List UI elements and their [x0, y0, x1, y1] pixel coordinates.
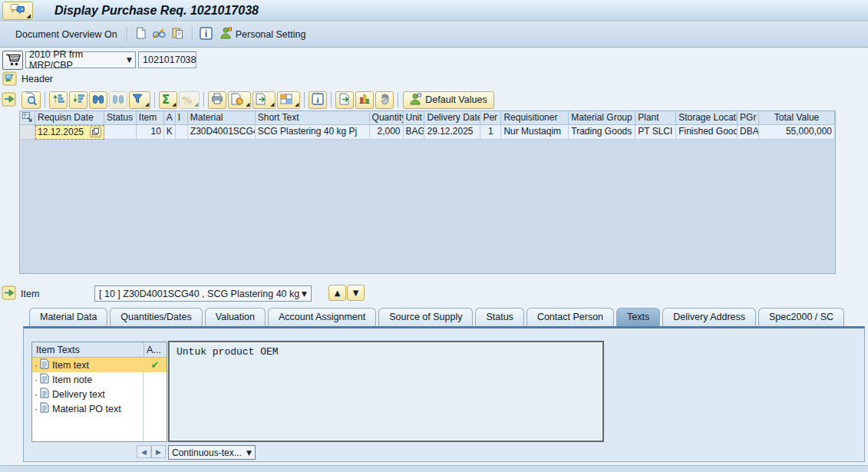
dropdown-arrow-icon: ◢ — [145, 101, 149, 107]
tab-delivery-address[interactable]: Delivery Address — [662, 308, 756, 327]
tab-valuation[interactable]: Valuation — [205, 308, 266, 327]
item-expand-button[interactable] — [2, 286, 16, 303]
storage-location-cell[interactable]: Finished Goods — [676, 125, 738, 140]
list-item-material-po-text[interactable]: · Material PO text — [32, 401, 167, 416]
plant-cell[interactable]: PT SLCI — [635, 125, 676, 140]
bar-chart-icon — [358, 93, 371, 107]
header-collapse-button[interactable] — [2, 71, 17, 88]
copy-button[interactable] — [169, 25, 187, 44]
column-header-per[interactable]: Per — [480, 111, 501, 125]
previous-item-button[interactable]: ▲ — [328, 285, 346, 301]
column-header-total-value[interactable]: Total Value — [759, 111, 835, 125]
column-header-quantity[interactable]: Quantity — [370, 111, 404, 125]
tab-status[interactable]: Status — [475, 308, 523, 327]
create-document-button[interactable] — [132, 25, 150, 44]
column-header-status[interactable]: Status — [104, 111, 137, 125]
document-number-field[interactable]: 1021017038 — [138, 51, 196, 68]
date-matchcode-button[interactable] — [90, 127, 101, 137]
a-cell[interactable]: K — [164, 125, 176, 140]
document-overview-button[interactable]: Document Overview On — [11, 27, 122, 42]
requisitioner-cell[interactable]: Nur Mustaqim — [501, 125, 569, 140]
personal-setting-button[interactable]: Personal Setting — [216, 25, 311, 44]
tab-texts[interactable]: Texts — [616, 308, 660, 327]
quantity-cell[interactable]: 2,000 — [370, 125, 404, 140]
status-cell[interactable] — [104, 125, 137, 140]
list-scroll-buttons: ◀ ▶ — [137, 445, 166, 458]
column-header-a[interactable]: A — [164, 111, 176, 125]
filter-button[interactable]: ◢ — [129, 91, 150, 109]
column-header-material-group[interactable]: Material Group — [569, 111, 635, 125]
display-change-button[interactable] — [150, 25, 169, 44]
tab-contact-person[interactable]: Contact Person — [526, 308, 614, 327]
list-item-delivery-text[interactable]: · Delivery text — [32, 387, 167, 401]
sort-descending-button[interactable] — [69, 91, 87, 109]
sigma-icon: Σ — [162, 94, 170, 106]
tab-source-of-supply[interactable]: Source of Supply — [378, 308, 473, 327]
column-header-requisn-date[interactable]: Requisn Date — [35, 111, 104, 125]
subtotal-button[interactable]: % ◢ — [179, 91, 200, 109]
list-item-item-text[interactable]: · Item text ✔ — [32, 358, 167, 372]
binoculars-plus-icon — [112, 94, 124, 107]
column-header-i[interactable]: I — [176, 111, 188, 125]
text-document-icon — [40, 402, 49, 415]
arrow-left-icon: ◀ — [141, 448, 147, 456]
column-header-material[interactable]: Material — [188, 111, 256, 125]
item-details-button[interactable]: i — [309, 91, 327, 109]
scroll-left-button[interactable]: ◀ — [137, 445, 151, 458]
copy-document-button[interactable] — [335, 91, 354, 109]
tab-spec2000-sc[interactable]: Spec2000 / SC — [758, 308, 844, 327]
column-header-plant[interactable]: Plant — [635, 111, 676, 125]
text-format-select[interactable]: Continuous-tex... ▼ — [168, 445, 256, 460]
document-type-select[interactable]: 2010 PR frm MRP/CBP ▼ — [25, 51, 136, 68]
column-header-storage-location[interactable]: Storage Location — [676, 111, 738, 125]
graphic-button[interactable] — [355, 91, 374, 109]
sort-ascending-button[interactable] — [49, 91, 68, 109]
text-editor-area[interactable]: Untuk product OEM — [168, 341, 604, 442]
total-value-cell[interactable]: 55,000,000 — [759, 125, 835, 140]
i-cell[interactable] — [176, 125, 188, 140]
information-icon: i — [200, 27, 213, 42]
grid-expand-button[interactable] — [2, 91, 16, 110]
dropdown-arrow-icon: ◢ — [194, 101, 198, 107]
column-header-pgr[interactable]: PGr — [738, 111, 759, 125]
find-button[interactable] — [89, 91, 107, 109]
select-all-button[interactable] — [20, 111, 35, 125]
next-item-button[interactable]: ▼ — [347, 285, 365, 301]
requisn-date-cell[interactable]: 12.12.2025 — [35, 125, 104, 140]
tab-account-assignment[interactable]: Account Assignment — [268, 308, 376, 327]
toolbar-separator — [398, 92, 398, 107]
item-select[interactable]: [ 10 ] Z30D4001SCG40 , SCG Plastering 40… — [94, 286, 312, 302]
column-header-unit[interactable]: Unit — [404, 111, 425, 125]
column-header-delivery-date[interactable]: Delivery Date — [424, 111, 480, 125]
find-next-button[interactable] — [109, 91, 127, 109]
hold-button[interactable] — [375, 91, 394, 109]
session-menu-button[interactable]: ◢ — [2, 2, 33, 20]
total-button[interactable]: Σ ◢ — [159, 91, 177, 109]
table-selector-icon — [22, 114, 32, 124]
delivery-date-cell[interactable]: 29.12.2025 — [424, 125, 480, 140]
scroll-right-button[interactable]: ▶ — [151, 445, 166, 458]
material-cell[interactable]: Z30D4001SCG40 — [188, 125, 256, 140]
per-cell[interactable]: 1 — [480, 125, 501, 140]
shopping-cart-button[interactable] — [2, 51, 23, 70]
tab-quantities-dates[interactable]: Quantities/Dates — [110, 308, 202, 327]
column-header-item[interactable]: Item — [137, 111, 164, 125]
layout-button[interactable]: ◢ — [277, 91, 300, 109]
default-values-button[interactable]: Default Values — [403, 91, 493, 109]
row-select-button[interactable] — [20, 125, 35, 140]
print-button[interactable] — [208, 91, 226, 109]
list-item-item-note[interactable]: · Item note — [32, 372, 167, 387]
export-button[interactable]: ◢ — [252, 91, 276, 109]
material-group-cell[interactable]: Trading Goods — [569, 125, 635, 140]
pgr-cell[interactable]: DBA — [738, 125, 759, 140]
info-button[interactable]: i — [197, 25, 216, 44]
column-header-short-text[interactable]: Short Text — [256, 111, 370, 125]
item-cell[interactable]: 10 — [137, 125, 164, 140]
column-header-requisitioner[interactable]: Requisitioner — [501, 111, 569, 125]
tab-material-data[interactable]: Material Data — [29, 308, 107, 327]
document-type-value: 2010 PR frm MRP/CBP — [29, 49, 127, 71]
short-text-cell[interactable]: SCG Plastering 40 kg Pj — [256, 125, 370, 140]
views-button[interactable]: ◢ — [228, 91, 251, 109]
choose-detail-button[interactable] — [21, 91, 41, 109]
unit-cell[interactable]: BAG — [404, 125, 425, 140]
